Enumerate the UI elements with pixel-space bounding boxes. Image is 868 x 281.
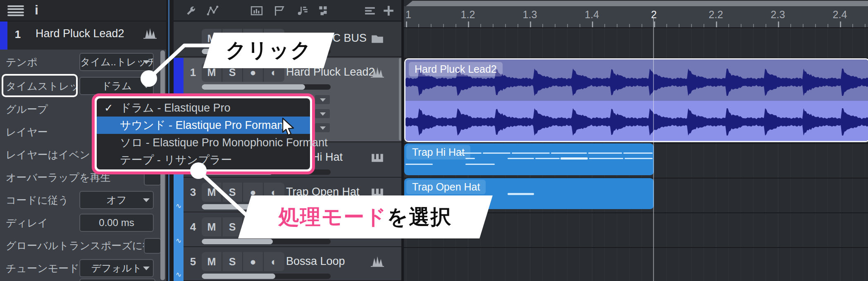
track-number: 1 [12, 28, 24, 41]
midi-note[interactable] [623, 152, 653, 154]
ruler-tick [443, 24, 444, 27]
track-name: Hard Pluck Lead2 [36, 27, 124, 40]
click-callout-text: クリック [226, 37, 312, 64]
automation-curve-icon[interactable] [207, 5, 219, 17]
note-list-icon[interactable] [296, 5, 308, 17]
timestretch-highlight-ring [2, 74, 78, 97]
channel-dropdown[interactable] [314, 122, 331, 133]
ruler-label: 2.4 [833, 9, 847, 21]
ruler-tick [592, 21, 593, 27]
ruler-tick [703, 24, 704, 27]
menu-box: ドラム - Elastique Pro✓サウンド - Elastique Pro… [97, 98, 310, 169]
ruler-label: 2 [651, 9, 657, 21]
menu-item[interactable]: ソロ - Elastique Pro Monophonic Formant [97, 134, 310, 151]
select-highlight-text: 処理モード [279, 205, 387, 229]
midi-note[interactable] [560, 157, 588, 160]
midi-note[interactable] [508, 193, 534, 195]
ruler-tick [716, 21, 717, 27]
inspector-header: i [0, 0, 166, 21]
horizontal-scrollbar[interactable] [406, 1, 868, 6]
channel-dropdown[interactable] [314, 94, 331, 105]
ruler-label: 2.2 [709, 9, 723, 21]
automation-toggle[interactable]: ∿ [174, 269, 184, 280]
select-mode-callout: 処理モードを選択 [238, 195, 493, 238]
inspector-dropdown[interactable]: ドラム [79, 77, 154, 95]
midi-note[interactable] [465, 158, 475, 159]
ruler-tick [679, 24, 680, 27]
midi-note[interactable] [483, 152, 510, 154]
mute-button[interactable]: M [202, 252, 222, 271]
audio-event-hard-pluck[interactable]: Hard Pluck Lead2 [404, 58, 868, 142]
automation-toggle[interactable]: ∿ [174, 201, 184, 212]
ruler-tick [604, 24, 605, 27]
inspector-dropdown[interactable]: タイム..トレッチ [79, 53, 154, 71]
ruler-label: 1 [405, 9, 411, 21]
mute-button[interactable]: M [202, 183, 222, 202]
mouse-cursor [281, 117, 298, 137]
inspector-row-label: レイヤー [6, 123, 48, 141]
track-volume-fader[interactable] [202, 274, 331, 279]
ruler-tick [629, 24, 630, 27]
ruler-tick [555, 24, 556, 27]
solo-button[interactable]: S [222, 183, 243, 202]
hamburger-menu-icon[interactable] [7, 5, 24, 16]
menu-item[interactable]: テープ - リサンプラー [97, 151, 310, 169]
ruler-tick [641, 24, 642, 27]
midi-note[interactable] [459, 152, 482, 154]
ruler-tick [728, 24, 729, 27]
ruler-tick [406, 21, 407, 27]
midi-event-trap-hi-hat[interactable]: Trap Hi Hat [404, 143, 654, 175]
inspector-dropdown[interactable]: デフォルト [79, 259, 154, 277]
midi-note[interactable] [625, 158, 653, 159]
inspector-row-label: チューンモード [6, 259, 79, 277]
ruler-tick [567, 24, 568, 27]
ruler-label: 2.3 [771, 9, 785, 21]
midi-note[interactable] [512, 152, 550, 154]
inspector-value-field[interactable]: 0.00 ms [79, 214, 154, 232]
playhead[interactable] [653, 18, 654, 281]
track-number: 5 [187, 255, 199, 268]
track-list-icon[interactable] [364, 5, 376, 17]
midi-note[interactable] [589, 158, 623, 159]
blocks-icon[interactable] [317, 5, 330, 17]
click-callout: クリック [203, 33, 334, 68]
audio-waveform-icon [143, 27, 157, 41]
mute-button[interactable]: M [202, 217, 222, 236]
info-icon[interactable]: i [35, 2, 38, 18]
midi-note[interactable] [465, 164, 495, 165]
track-volume-fader[interactable] [202, 239, 331, 244]
midi-note[interactable] [405, 164, 433, 165]
clip-name-chip: Trap Open Hat [406, 180, 486, 194]
inspector-row-label: コードに従う [6, 191, 69, 209]
add-track-icon[interactable] [382, 5, 395, 17]
midi-note[interactable] [508, 158, 534, 159]
solo-button[interactable]: S [222, 252, 243, 271]
ruler-tick [617, 24, 618, 27]
monitor-button[interactable]: ◐ [264, 252, 284, 271]
chevron-down-icon [143, 60, 150, 64]
ruler-tick [468, 21, 469, 27]
lane-separator [404, 27, 868, 28]
ruler-tick [654, 21, 655, 27]
ruler-label: 1.3 [523, 9, 537, 21]
select-mode-callout-text: 処理モードを選択 [279, 203, 452, 231]
channel-dropdown[interactable] [314, 108, 331, 119]
track-number: 3 [187, 186, 199, 199]
midi-note[interactable] [535, 158, 560, 159]
menu-item[interactable]: ドラム - Elastique Pro✓ [97, 99, 310, 117]
inspector-checkbox[interactable] [144, 238, 161, 254]
menu-item[interactable]: サウンド - Elastique Pro Formant [97, 117, 310, 134]
midi-note[interactable] [551, 152, 587, 154]
ruler-tick [666, 24, 667, 27]
inspector-dropdown[interactable]: オフ [79, 191, 154, 209]
meter-icon[interactable] [250, 5, 263, 17]
track-volume-fader[interactable] [202, 84, 331, 90]
audio-track-icon [370, 66, 384, 80]
midi-note[interactable] [588, 152, 622, 154]
automation-toggle[interactable]: ∿ [174, 236, 184, 246]
record-button[interactable]: ● [243, 252, 264, 271]
wrench-icon[interactable] [184, 5, 197, 17]
audio-track-icon [370, 255, 384, 269]
inspector-row-label: ディレイ [6, 214, 48, 232]
flag-marker-icon[interactable] [273, 5, 285, 17]
